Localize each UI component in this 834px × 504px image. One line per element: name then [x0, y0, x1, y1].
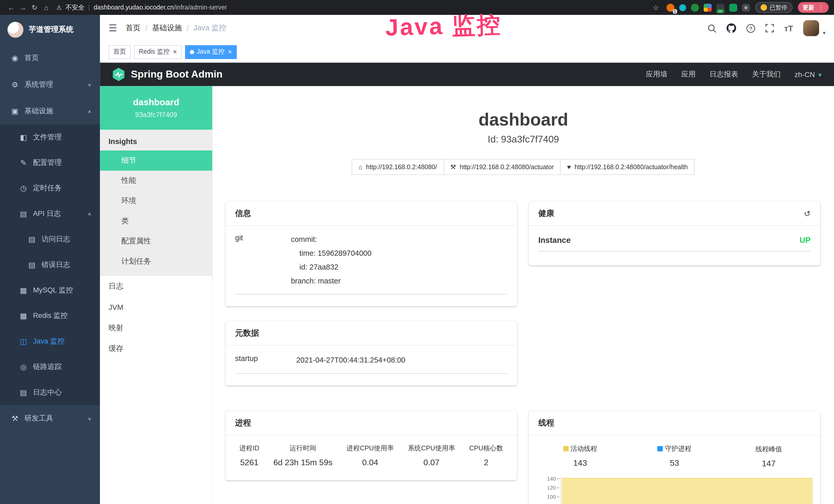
- sba-item-caches[interactable]: 缓存: [100, 338, 212, 359]
- sba-item-scheduled-tasks[interactable]: 计划任务: [100, 251, 212, 272]
- top-navbar: ☰ 首页 / 基础设施 / Java 监控 ?: [100, 15, 834, 42]
- app-window: 芋道管理系统 ◉ 首页 ⚙ 系统管理 ∨ ▣ 基础设施 ∧ ◧ 文件管理: [0, 15, 834, 504]
- process-metric: 进程CPU使用率 0.04: [347, 444, 394, 467]
- tag-java[interactable]: Java 监控 ×: [185, 45, 237, 59]
- legend-value: 147: [722, 459, 816, 468]
- breadcrumb-infra[interactable]: 基础设施: [152, 23, 182, 33]
- nav-about[interactable]: 关于我们: [752, 70, 781, 79]
- instance-id: 93a3fc7f7409: [135, 111, 177, 119]
- browser-menu-icon[interactable]: ⋮: [818, 4, 824, 11]
- monitor-icon: ◫: [19, 337, 28, 346]
- extension-icon-grid[interactable]: [704, 3, 712, 11]
- sidebar-item-api-log[interactable]: ▤ API 日志 ∧: [0, 201, 100, 226]
- sidebar-item-job[interactable]: ◷ 定时任务: [0, 175, 100, 201]
- paused-badge[interactable]: 已暂停: [755, 2, 793, 13]
- sidebar-item-config[interactable]: ✎ 配置管理: [0, 150, 100, 175]
- metadata-key: startup: [235, 353, 296, 367]
- sba-item-environment[interactable]: 环境: [100, 191, 212, 211]
- sba-item-classes[interactable]: 类: [100, 211, 212, 231]
- sidebar-item-home[interactable]: ◉ 首页: [0, 45, 100, 71]
- legend-value: 143: [533, 458, 627, 468]
- close-icon[interactable]: ×: [173, 48, 177, 55]
- chart-plot-area: [561, 476, 814, 504]
- sba-item-details[interactable]: 细节: [100, 151, 212, 171]
- extension-icon-drop[interactable]: [679, 4, 686, 11]
- locale-label: zh-CN: [794, 70, 815, 78]
- sidebar-item-dev-tools[interactable]: ⚒ 研发工具 ∨: [0, 405, 100, 432]
- sidebar-item-label: 配置管理: [33, 158, 62, 167]
- metric-value: 0.04: [347, 458, 394, 467]
- sidebar-item-system[interactable]: ⚙ 系统管理 ∨: [0, 71, 100, 98]
- table-row[interactable]: Instance UP: [539, 235, 811, 251]
- font-size-icon[interactable]: тT: [784, 24, 793, 32]
- sba-item-logs[interactable]: 日志: [100, 276, 212, 297]
- sidebar-toggle[interactable]: ☰: [108, 22, 117, 34]
- nav-wallboard[interactable]: 应用墙: [646, 70, 667, 79]
- active-dot-icon: [190, 50, 194, 54]
- metadata-card: 元数据 startup 2021-04-27T00:44:31.254+08:0…: [225, 321, 517, 386]
- address-bar[interactable]: ⚠ 不安全 | dashboard.yudao.iocoder.cn/infra…: [57, 3, 650, 12]
- instance-header[interactable]: dashboard 93a3fc7f7409: [100, 86, 212, 130]
- user-avatar[interactable]: [803, 20, 819, 36]
- sidebar-item-infra[interactable]: ▣ 基础设施 ∧: [0, 98, 100, 124]
- insights-section-title: Insights: [100, 130, 212, 151]
- back-icon[interactable]: ←: [5, 3, 17, 11]
- metric-value: 0.07: [408, 458, 455, 467]
- sba-item-mappings[interactable]: 映射: [100, 317, 212, 338]
- github-icon[interactable]: [727, 23, 737, 33]
- sba-main: dashboard Id: 93a3fc7f7409 ⌂ http://192.…: [213, 86, 834, 504]
- nav-journal[interactable]: 日志报表: [709, 70, 738, 79]
- bookmark-star-icon[interactable]: ☆: [650, 3, 662, 11]
- avatar-caret-icon[interactable]: ▾: [823, 29, 825, 36]
- sba-item-config-props[interactable]: 配置属性: [100, 231, 212, 252]
- nav-applications[interactable]: 应用: [681, 70, 696, 79]
- health-card: 健康 ↺ Instance UP: [529, 202, 820, 265]
- breadcrumb-current: Java 监控: [194, 23, 226, 33]
- git-time-line: time: 1596289704000: [291, 246, 507, 260]
- extensions-puzzle-icon[interactable]: [742, 3, 750, 11]
- reload-icon[interactable]: ↻: [29, 3, 41, 11]
- sba-brand-title[interactable]: Spring Boot Admin: [131, 69, 222, 81]
- browser-home-icon[interactable]: ⌂: [40, 3, 52, 11]
- sidebar-item-mysql[interactable]: ▦ MySQL 监控: [0, 278, 100, 303]
- sba-item-jvm[interactable]: JVM: [100, 297, 212, 318]
- status-badge: UP: [799, 235, 811, 245]
- sidebar-item-label: 基础设施: [24, 106, 53, 116]
- service-url-link[interactable]: ⌂ http://192.168.0.2:48080/: [352, 159, 444, 175]
- metric-label: 进程CPU使用率: [347, 444, 394, 453]
- breadcrumb-separator: /: [187, 24, 189, 32]
- sidebar-item-access-log[interactable]: ▤ 访问日志: [0, 226, 100, 252]
- history-icon[interactable]: ↺: [804, 209, 811, 218]
- search-icon[interactable]: [708, 24, 717, 32]
- legend-value: 53: [627, 458, 722, 468]
- extension-icon-fox[interactable]: 1: [666, 3, 675, 11]
- actuator-url-link[interactable]: ⚒ http://192.168.0.2:48080/actuator: [443, 159, 561, 175]
- emoji-face-icon: [761, 4, 767, 11]
- help-icon[interactable]: ?: [746, 24, 755, 32]
- app-logo-area[interactable]: 芋道管理系统: [0, 15, 100, 45]
- breadcrumb-home[interactable]: 首页: [126, 23, 140, 33]
- sidebar-item-log-center[interactable]: ▤ 日志中心: [0, 380, 100, 405]
- sidebar-item-error-log[interactable]: ▤ 错误日志: [0, 252, 100, 278]
- process-metric: 进程ID 5261: [239, 444, 259, 467]
- sidebar-item-redis[interactable]: ▩ Redis 监控: [0, 303, 100, 328]
- database-icon: ▩: [19, 312, 28, 320]
- extension-icon-leaf[interactable]: [729, 3, 737, 11]
- tag-home[interactable]: 首页: [108, 45, 131, 59]
- forward-icon[interactable]: →: [17, 3, 29, 11]
- locale-selector[interactable]: zh-CN ∨: [794, 70, 822, 78]
- close-icon[interactable]: ×: [228, 48, 232, 55]
- metadata-card-body: startup 2021-04-27T00:44:31.254+08:00: [225, 346, 517, 385]
- fullscreen-icon[interactable]: [766, 24, 774, 32]
- sba-item-performance[interactable]: 性能: [100, 171, 212, 191]
- tag-redis[interactable]: Redis 监控 ×: [134, 45, 182, 59]
- sidebar-item-java[interactable]: ◫ Java 监控: [0, 329, 100, 354]
- metric-label: 进程ID: [239, 444, 259, 453]
- sidebar-item-file[interactable]: ◧ 文件管理: [0, 124, 100, 150]
- extension-icon-green[interactable]: [691, 3, 699, 11]
- sidebar-item-trace[interactable]: ◎ 链路追踪: [0, 354, 100, 380]
- process-metric: 运行时间 6d 23h 15m 59s: [273, 444, 332, 467]
- extension-icon-switch[interactable]: on: [716, 3, 724, 11]
- health-url-link[interactable]: ♥ http://192.168.0.2:48080/actuator/heal…: [560, 159, 695, 175]
- update-button[interactable]: 更新 ⋮: [798, 2, 829, 13]
